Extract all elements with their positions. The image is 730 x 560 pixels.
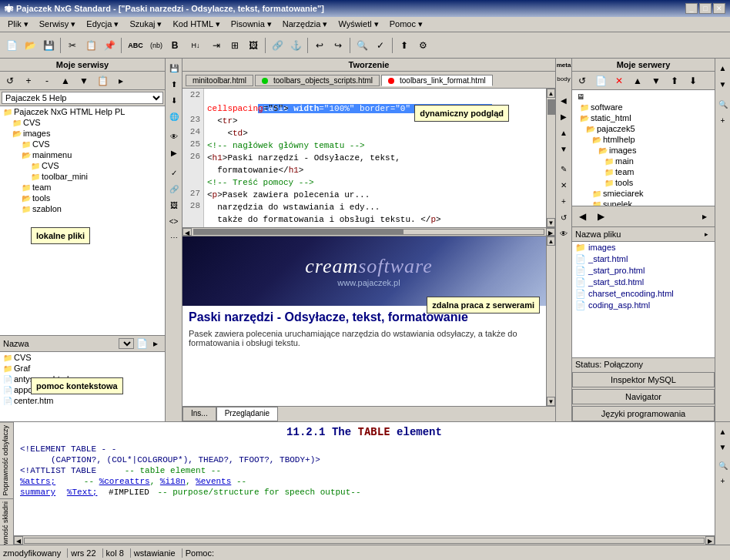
tb-cut[interactable]: ✂ bbox=[64, 37, 81, 54]
maximize-button[interactable]: □ bbox=[699, 3, 712, 14]
meta-edit[interactable]: ✎ bbox=[556, 161, 571, 176]
tb-save[interactable]: 💾 bbox=[40, 37, 57, 54]
redge-up[interactable]: ▲ bbox=[715, 60, 731, 75]
tb-redo[interactable]: ↪ bbox=[330, 37, 347, 54]
service-dropdown[interactable]: Pajaczek 5 Help bbox=[2, 92, 163, 104]
tree-item-tools[interactable]: 📂 tools bbox=[0, 193, 165, 203]
list-item-center[interactable]: 📄 center.htm bbox=[0, 395, 165, 406]
tb-undo[interactable]: ↩ bbox=[311, 37, 328, 54]
tree-item-cvs3[interactable]: 📁 CVS bbox=[0, 160, 165, 171]
tb-abc[interactable]: ABC bbox=[125, 37, 146, 54]
meta-btn1[interactable]: ◀ bbox=[556, 92, 571, 108]
menu-narzedzia[interactable]: Narzędzia ▾ bbox=[278, 18, 333, 31]
vt-ftp[interactable]: 🌐 bbox=[166, 109, 182, 124]
right-tb5[interactable]: ▼ bbox=[648, 72, 665, 89]
brt-find[interactable]: 🔍 bbox=[715, 458, 731, 473]
tb-img[interactable]: 🖼 bbox=[245, 37, 262, 54]
tb-open[interactable]: 📂 bbox=[22, 37, 39, 54]
left-tb-refresh[interactable]: ↺ bbox=[2, 72, 18, 89]
tb-table[interactable]: ⊞ bbox=[226, 37, 243, 54]
left-bottom-tb2[interactable]: ▸ bbox=[149, 337, 162, 350]
left-tb-more[interactable]: ▸ bbox=[112, 72, 129, 89]
vt-upload[interactable]: ⬆ bbox=[166, 76, 182, 92]
rtree-pajaczek5[interactable]: 📂 pajaczek5 bbox=[574, 123, 713, 134]
rfile-start-pro[interactable]: 📄 _start_pro.html bbox=[572, 265, 715, 277]
menu-kod-html[interactable]: Kod HTML ▾ bbox=[169, 18, 225, 31]
bscroll-right[interactable]: ▶ bbox=[705, 536, 715, 545]
link-summary[interactable]: summary bbox=[20, 488, 55, 497]
btn-navigator[interactable]: Navigator bbox=[572, 389, 715, 404]
rfile-start-std[interactable]: 📄 _start_std.html bbox=[572, 277, 715, 288]
tb-link[interactable]: 🔗 bbox=[269, 37, 286, 54]
rtree-main[interactable]: 📁 main bbox=[574, 156, 713, 166]
tb-upload[interactable]: ⬆ bbox=[396, 37, 413, 54]
right-tb2[interactable]: 📄 bbox=[592, 72, 609, 89]
sort-select[interactable]: R bbox=[119, 338, 134, 349]
code-content[interactable]: <table width="100%" border="0" cellpaddi… bbox=[204, 89, 546, 227]
left-tb-up[interactable]: ▲ bbox=[57, 72, 74, 89]
tree-item-mainmenu[interactable]: 📂 mainmenu bbox=[0, 149, 165, 160]
rnav-left[interactable]: ◀ bbox=[574, 208, 591, 225]
list-item-antyspam[interactable]: 📄 antyspam.html bbox=[0, 374, 165, 384]
left-tb-props[interactable]: 📋 bbox=[94, 72, 111, 89]
tab-przegladanie[interactable]: Przeglądanie bbox=[216, 407, 278, 421]
rtree-software[interactable]: 📁 software bbox=[574, 102, 713, 112]
rtree-sunelek[interactable]: 📁 sunelek bbox=[574, 199, 713, 206]
btab-poprawnosc-odsy[interactable]: Poprawność odsyłaczy bbox=[0, 422, 13, 498]
tb-find[interactable]: 🔍 bbox=[353, 37, 370, 54]
tb-paste[interactable]: 📌 bbox=[101, 37, 118, 54]
tb-nb[interactable]: (nb) bbox=[148, 37, 165, 54]
link-i18n[interactable]: %i18n bbox=[160, 477, 186, 486]
preview-scroll-up[interactable]: ▲ bbox=[547, 236, 555, 246]
preview-scrollbar[interactable]: ▲ ▼ bbox=[546, 236, 555, 406]
left-tb-down[interactable]: ▼ bbox=[75, 72, 92, 89]
tree-item-cvs2[interactable]: 📁 CVS bbox=[0, 139, 165, 149]
tb-h1[interactable]: H↓ bbox=[185, 37, 206, 54]
meta-eye[interactable]: 👁 bbox=[556, 226, 571, 241]
meta-add[interactable]: + bbox=[556, 193, 571, 209]
tab-ins[interactable]: Ins... bbox=[182, 407, 216, 421]
rtree-team[interactable]: 📁 team bbox=[574, 166, 713, 177]
tb-spell[interactable]: ✓ bbox=[372, 37, 389, 54]
redge-find[interactable]: 🔍 bbox=[715, 96, 731, 112]
meta-btn3[interactable]: ▲ bbox=[556, 125, 571, 140]
tb-anchor[interactable]: ⚓ bbox=[287, 37, 304, 54]
right-tb1[interactable]: ↺ bbox=[574, 72, 591, 89]
rnav-more[interactable]: ▸ bbox=[696, 208, 713, 225]
hscroll-thumb[interactable] bbox=[194, 230, 404, 234]
bottom-content[interactable]: 11.2.1 The TABLE element <!ELEMENT TABLE… bbox=[14, 422, 715, 535]
list-item-appdata[interactable]: 📄 appdata.htm bbox=[0, 384, 165, 395]
tab-minitoolbar[interactable]: minitoolbar.html bbox=[186, 75, 253, 86]
rfile-charset[interactable]: 📄 charset_encoding.html bbox=[572, 288, 715, 300]
rfile-coding[interactable]: 📄 coding_asp.html bbox=[572, 300, 715, 311]
tree-item-szablon[interactable]: 📁 szablon bbox=[0, 203, 165, 214]
vt-more[interactable]: ⋯ bbox=[166, 230, 182, 245]
meta-ref[interactable]: ↺ bbox=[556, 210, 571, 225]
tree-item-toolbar-mini[interactable]: 📁 toolbar_mini bbox=[0, 171, 165, 182]
list-item-graf[interactable]: 📁 Graf bbox=[0, 363, 165, 374]
vt-check[interactable]: ✓ bbox=[166, 165, 182, 180]
list-item-cvs[interactable]: 📁 CVS bbox=[0, 352, 165, 363]
scroll-thumb[interactable] bbox=[548, 99, 555, 115]
brt-down[interactable]: ▼ bbox=[715, 439, 731, 454]
right-tb4[interactable]: ▲ bbox=[629, 72, 646, 89]
bscroll-left[interactable]: ◀ bbox=[14, 536, 23, 545]
tab-toolbars-objects[interactable]: toolbars_objects_scripts.html bbox=[255, 75, 380, 86]
rfile-images[interactable]: 📁 images bbox=[572, 242, 715, 253]
vt-eye[interactable]: 👁 bbox=[166, 129, 182, 144]
vt-code[interactable]: <> bbox=[166, 213, 182, 229]
menu-pisownia[interactable]: Pisownia ▾ bbox=[226, 18, 276, 31]
vt-link[interactable]: 🔗 bbox=[166, 181, 182, 196]
scroll-up[interactable]: ▲ bbox=[547, 89, 555, 98]
menu-szukaj[interactable]: Szukaj ▾ bbox=[125, 18, 166, 31]
meta-btn2[interactable]: ▶ bbox=[556, 109, 571, 124]
vt-img2[interactable]: 🖼 bbox=[166, 197, 182, 213]
hscroll-right[interactable]: ▶ bbox=[546, 228, 555, 236]
tree-item-pajaczek-root[interactable]: 📁 Pajaczek NxG HTML Help PL bbox=[0, 106, 165, 117]
rtree-tools[interactable]: 📁 tools bbox=[574, 177, 713, 188]
vt-preview[interactable]: ▶ bbox=[166, 145, 182, 160]
tree-item-team[interactable]: 📁 team bbox=[0, 182, 165, 193]
tb-settings[interactable]: ⚙ bbox=[414, 37, 431, 54]
btn-inspektor-mysql[interactable]: Inspektor MySQL bbox=[572, 372, 715, 387]
menu-plik[interactable]: Plik ▾ bbox=[3, 18, 33, 31]
